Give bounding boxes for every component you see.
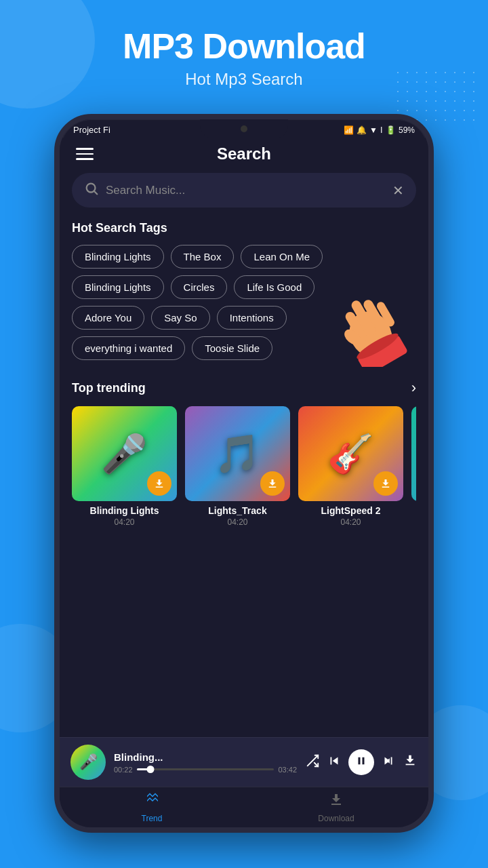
trending-card-1[interactable]: 🎤 Blinding Lights 04:20 xyxy=(72,406,177,527)
tag-the-box[interactable]: The Box xyxy=(171,245,235,269)
now-playing-thumbnail: 🎤 xyxy=(70,745,106,780)
tag-everything-i-wanted[interactable]: everything i wanted xyxy=(72,336,185,360)
signal-icon: Ⅰ xyxy=(380,125,383,135)
bottom-nav: Trend Download xyxy=(60,787,428,818)
menu-button[interactable] xyxy=(76,148,94,160)
tags-row-1: Blinding Lights The Box Lean On Me xyxy=(72,245,416,269)
card-thumb-1: 🎤 xyxy=(72,406,177,501)
battery-percent: 59% xyxy=(399,125,415,135)
now-playing-bar: 🎤 Blinding... 00:22 03:42 xyxy=(60,737,428,787)
bluetooth-icon: 📶 xyxy=(344,125,354,135)
tag-say-so[interactable]: Say So xyxy=(151,306,209,330)
app-content: Search Search Music... ✕ xyxy=(60,138,428,818)
tag-lean-on-me[interactable]: Lean On Me xyxy=(241,245,323,269)
status-icons: 📶 🔔 ▼ Ⅰ 🔋 59% xyxy=(344,125,415,135)
trend-icon xyxy=(144,791,160,812)
hand-pointer xyxy=(320,279,408,367)
tag-circles[interactable]: Circles xyxy=(171,275,228,299)
shuffle-button[interactable] xyxy=(305,753,320,772)
app-title: MP3 Download xyxy=(20,27,468,66)
card-download-btn-1[interactable] xyxy=(147,471,171,496)
battery-icon: 🔋 xyxy=(386,125,396,135)
progress-bar[interactable] xyxy=(137,768,274,770)
now-playing-title: Blinding... xyxy=(114,751,297,763)
previous-button[interactable] xyxy=(327,753,342,772)
vibrate-icon: 🔔 xyxy=(357,125,367,135)
card-name-3: LightSpeed 2 xyxy=(298,505,403,516)
tag-life-is-good[interactable]: Life Is Good xyxy=(234,275,314,299)
hamburger-line-2 xyxy=(76,153,94,155)
hamburger-line-1 xyxy=(76,148,94,150)
trending-section: Top trending › 🎤 Blinding Lights 04 xyxy=(60,367,428,534)
tag-toosie-slide[interactable]: Toosie Slide xyxy=(192,336,272,360)
trending-header: Top trending › xyxy=(72,379,416,397)
trend-label: Trend xyxy=(142,814,163,818)
now-playing-total-time: 03:42 xyxy=(278,766,297,774)
thumb-bg-4: 🎹 xyxy=(411,406,416,501)
trending-card-3[interactable]: 🎸 LightSpeed 2 04:20 xyxy=(298,406,403,527)
trending-card-2[interactable]: 🎵 Lights_Track 04:20 xyxy=(185,406,290,527)
card-download-btn-3[interactable] xyxy=(373,471,398,496)
card-thumb-2: 🎵 xyxy=(185,406,290,501)
phone-mockup: Project Fi 📶 🔔 ▼ Ⅰ 🔋 59% Search xyxy=(54,114,434,833)
card-duration-4: 04:20 xyxy=(411,517,416,527)
camera-dot xyxy=(241,125,247,132)
download-label: Download xyxy=(318,814,354,818)
tag-blinding-lights-2[interactable]: Blinding Lights xyxy=(72,275,164,299)
card-name-2: Lights_Track xyxy=(185,505,290,516)
card-duration-2: 04:20 xyxy=(185,517,290,527)
search-icon xyxy=(84,181,99,199)
card-name-4: Li... xyxy=(411,505,416,516)
card-duration-3: 04:20 xyxy=(298,517,403,527)
card-thumb-3: 🎸 xyxy=(298,406,403,501)
page-title: Search xyxy=(217,144,271,163)
card-name-1: Blinding Lights xyxy=(72,505,177,516)
trending-cards: 🎤 Blinding Lights 04:20 🎵 xyxy=(72,406,416,527)
tags-section-title: Hot Search Tags xyxy=(72,221,416,235)
mini-download-button[interactable] xyxy=(403,753,418,772)
thumb-figure-2: 🎵 xyxy=(214,432,261,476)
now-playing-controls xyxy=(305,749,418,775)
tag-adore-you[interactable]: Adore You xyxy=(72,306,144,330)
search-clear-button[interactable]: ✕ xyxy=(392,182,404,199)
header-area: MP3 Download Hot Mp3 Search xyxy=(0,0,488,102)
card-download-btn-2[interactable] xyxy=(260,471,285,496)
now-playing-info: Blinding... 00:22 03:42 xyxy=(114,751,297,774)
phone-notch xyxy=(200,119,288,138)
search-bar[interactable]: Search Music... ✕ xyxy=(72,173,416,208)
next-button[interactable] xyxy=(381,753,396,772)
nav-item-download[interactable]: Download xyxy=(244,787,428,818)
app-subtitle: Hot Mp3 Search xyxy=(20,70,468,89)
now-playing-progress-row: 00:22 03:42 xyxy=(114,766,297,774)
tag-blinding-lights-1[interactable]: Blinding Lights xyxy=(72,245,164,269)
carrier-label: Project Fi xyxy=(73,125,110,135)
top-bar: Search xyxy=(60,138,428,173)
thumb-figure-3: 🎸 xyxy=(327,432,374,476)
svg-line-1 xyxy=(94,191,97,194)
download-nav-icon xyxy=(328,791,344,812)
card-thumb-4: 🎹 xyxy=(411,406,416,501)
pause-icon xyxy=(355,755,367,770)
trending-title: Top trending xyxy=(72,381,146,395)
thumb-figure-1: 🎤 xyxy=(101,432,148,476)
play-pause-button[interactable] xyxy=(348,749,374,775)
wifi-icon: ▼ xyxy=(369,125,378,135)
tag-intentions[interactable]: Intentions xyxy=(217,306,287,330)
progress-dot xyxy=(146,766,154,773)
nav-item-trend[interactable]: Trend xyxy=(60,787,244,818)
trending-more-button[interactable]: › xyxy=(411,379,416,397)
search-placeholder[interactable]: Search Music... xyxy=(106,184,386,197)
card-duration-1: 04:20 xyxy=(72,517,177,527)
hamburger-line-3 xyxy=(76,158,94,160)
now-playing-current-time: 00:22 xyxy=(114,766,133,774)
trending-card-4[interactable]: 🎹 Li... 04:20 xyxy=(411,406,416,527)
